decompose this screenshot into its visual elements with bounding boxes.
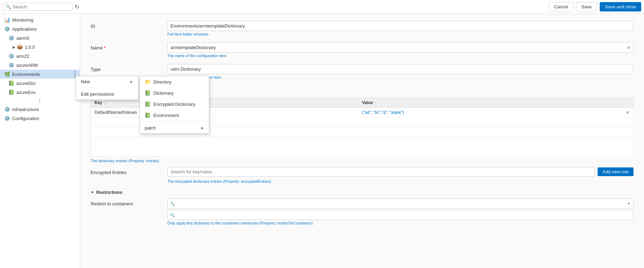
sidebar-item-label: Infrastructure	[12, 107, 39, 112]
config-icon: ⚙️	[4, 116, 10, 121]
patch-label: patch	[145, 125, 156, 131]
submenu-item-patch[interactable]: patch ▶	[140, 123, 209, 133]
form-row-id: ID Full item folder structure.	[91, 21, 634, 36]
restrictions-toggle[interactable]: ▼ Restrictions	[91, 190, 634, 195]
app-icon: ⚙️	[8, 35, 14, 41]
chevron-right-icon: ▶	[13, 45, 15, 49]
sidebar-item-1.0.0[interactable]: ▶ 📦 1.0.0	[0, 42, 80, 52]
environment-icon: 📗	[145, 112, 151, 118]
type-label: Type	[91, 64, 167, 72]
cell-key: DefaultNamedValues	[91, 108, 359, 118]
sidebar-item-applications[interactable]: ⚙️ Applications	[0, 24, 80, 33]
dict-icon: 📗	[8, 80, 14, 86]
top-bar: 🔍 ↻ Cancel Save Save and close	[0, 0, 644, 14]
id-hint: Full item folder structure.	[167, 32, 634, 36]
save-close-button[interactable]: Save and close	[600, 2, 641, 11]
sidebar-item-azurearm[interactable]: ⚙️ azureARM	[0, 61, 80, 70]
submenu-item-label: Environment	[153, 113, 179, 118]
top-bar-left: 🔍 ↻	[3, 3, 79, 11]
chevron-down-icon: ▼	[91, 190, 94, 194]
encrypted-label: Encrypted Entries	[91, 167, 167, 175]
form-row-name: Name * ✕ The name of the configuration i…	[91, 42, 634, 58]
type-field: The type of a configuration item.	[167, 64, 634, 79]
main-layout: 📊 Monitoring ⚙️ Applications ⚙️ aarm3 ▶ …	[0, 14, 644, 268]
sidebar-item-aarm3[interactable]: ⚙️ aarm3	[0, 33, 80, 42]
context-menu-item-label: Edit permissions	[81, 92, 114, 97]
sidebar-item-label: azureARM	[16, 63, 38, 68]
restrict-containers-hint: Only apply this dictionary to the contai…	[167, 221, 634, 225]
encrypted-search-input[interactable]	[167, 167, 595, 176]
name-label: Name *	[91, 42, 167, 50]
context-menu-item-label: New	[81, 79, 90, 84]
col-value: Value ↕	[358, 98, 622, 108]
id-label: ID	[91, 21, 167, 29]
sidebar-item-label: azureEnv	[16, 90, 36, 95]
sidebar-item-label: Monitoring	[12, 17, 33, 23]
sidebar-item-azuredict[interactable]: 📗 azureDict	[0, 79, 80, 88]
table-row-empty	[91, 137, 634, 147]
app-icon: ⚙️	[8, 62, 14, 68]
restrict-containers-search-wrapper: 🔍	[167, 210, 634, 220]
restrict-containers-label: Restrict to containers	[91, 198, 167, 206]
sidebar-item-label: 1.0.0	[25, 45, 35, 50]
context-menu-item-new[interactable]: New ▶	[76, 76, 138, 87]
sidebar-item-monitoring[interactable]: 📊 Monitoring	[0, 15, 80, 24]
restrict-containers-select[interactable]	[167, 198, 634, 208]
patch-arrow-icon: ▶	[201, 126, 204, 130]
app-icon: ⚙️	[4, 26, 10, 32]
id-input[interactable]	[167, 21, 634, 31]
sort-icon: ↕	[104, 101, 106, 105]
save-button[interactable]: Save	[576, 2, 597, 11]
sidebar-item-configuration[interactable]: ⚙️ Configuration	[0, 114, 80, 123]
sidebar-item-infrastructure[interactable]: ⚙️ Infrastructure	[0, 105, 80, 114]
table-row-empty	[91, 147, 634, 157]
entries-hint: The dictionary entries (Property: entrie…	[91, 159, 159, 163]
submenu-item-label: Dictionary	[153, 90, 174, 96]
cell-delete: ✕	[622, 108, 634, 118]
context-menu-item-edit-permissions[interactable]: Edit permissions	[76, 89, 138, 100]
search-icon: 🔍	[170, 201, 175, 206]
search-box[interactable]: 🔍	[3, 3, 73, 11]
name-field: ✕ The name of the configuration item	[167, 42, 634, 58]
sidebar-item-environments[interactable]: 🌿 Environments ⋮	[0, 70, 80, 79]
content-area: ID Full item folder structure. Name * ✕ …	[80, 14, 644, 268]
search-input[interactable]	[13, 4, 68, 9]
cube-icon: 📦	[17, 44, 23, 50]
encrypted-field: Add new row The encrypted dictionary ent…	[167, 167, 634, 183]
env-icon: 📗	[8, 89, 14, 95]
sidebar-item-arm22[interactable]: ⚙️ arm22	[0, 52, 80, 61]
top-bar-right: Cancel Save Save and close	[549, 2, 641, 11]
restrict-containers-search-input[interactable]	[167, 210, 634, 220]
submenu-item-encrypted-dictionary[interactable]: 📗 Encrypted Dictionary	[140, 98, 209, 110]
form-row-restrict-containers: Restrict to containers 🔍 ▼ 🔍 Only apply …	[91, 198, 634, 225]
delete-row-button[interactable]: ✕	[626, 110, 630, 115]
name-clear-button[interactable]: ✕	[627, 45, 631, 50]
directory-icon: 📁	[145, 79, 151, 85]
refresh-button[interactable]: ↻	[75, 3, 79, 10]
cancel-button[interactable]: Cancel	[549, 2, 573, 11]
restrict-containers-field: 🔍 ▼ 🔍 Only apply this dictionary to the …	[167, 198, 634, 225]
name-input[interactable]	[167, 42, 634, 53]
submenu-item-dictionary[interactable]: 📗 Dictionary	[140, 87, 209, 98]
sidebar-more-dots[interactable]: ⋮	[0, 97, 80, 105]
context-menu-divider	[76, 88, 138, 88]
encrypted-hint: The encrypted dictionary entries (Proper…	[167, 179, 634, 183]
submenu-item-directory[interactable]: 📁 Directory	[140, 76, 209, 87]
cell-value: {"ad": "bc","q": "aqwe"}	[358, 108, 622, 118]
sidebar-item-label: arm22	[16, 54, 29, 59]
app-icon: ⚙️	[8, 53, 14, 59]
infra-icon: ⚙️	[4, 107, 10, 112]
name-input-wrapper: ✕	[167, 42, 634, 53]
type-input[interactable]	[167, 64, 634, 74]
sort-icon: ↕	[375, 101, 377, 105]
restrictions-label: Restrictions	[96, 190, 122, 195]
submenu: 📁 Directory 📗 Dictionary 📗 Encrypted Dic…	[139, 76, 209, 134]
encrypted-add-row-button[interactable]: Add new row	[598, 167, 634, 176]
dictionary-icon: 📗	[145, 90, 151, 96]
submenu-item-environment[interactable]: 📗 Environment	[140, 110, 209, 121]
submenu-divider	[140, 121, 209, 122]
encrypted-toolbar: Add new row	[167, 167, 634, 176]
sidebar-item-azureenv[interactable]: 📗 azureEnv	[0, 88, 80, 97]
sidebar-item-label: azureDict	[16, 81, 36, 86]
submenu-item-label: Encrypted Dictionary	[153, 102, 195, 107]
